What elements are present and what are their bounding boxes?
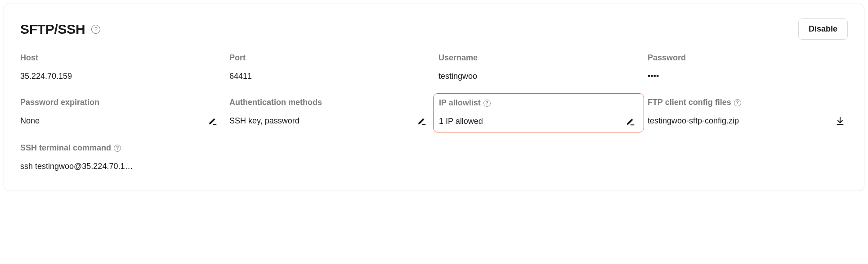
port-label: Port (229, 53, 430, 63)
disable-button[interactable]: Disable (798, 18, 848, 40)
password-value-row: •••• (648, 70, 848, 82)
panel-title: SFTP/SSH (20, 22, 85, 37)
host-label: Host (20, 53, 220, 63)
fields-grid: Host 35.224.70.159 Port 64411 Username t… (20, 53, 848, 173)
edit-icon[interactable] (208, 116, 218, 126)
auth-methods-value-row: SSH key, password (229, 114, 430, 127)
help-icon[interactable]: ? (483, 100, 491, 107)
auth-methods-label: Authentication methods (229, 98, 430, 107)
username-value: testingwoo (438, 72, 477, 81)
help-icon[interactable]: ? (734, 99, 741, 106)
ftp-config-label: FTP client config files (648, 98, 731, 107)
ip-allowlist-value-row: 1 IP allowed (439, 115, 638, 127)
edit-icon[interactable] (626, 116, 635, 126)
help-icon[interactable]: ? (114, 145, 121, 152)
password-field: Password •••• (648, 53, 848, 82)
ftp-config-value: testingwoo-sftp-config.zip (648, 116, 739, 126)
ip-allowlist-label-row: IP allowlist ? (439, 98, 638, 108)
username-label: Username (438, 53, 639, 63)
ssh-command-value-row: ssh testingwoo@35.224.70.1… (20, 160, 164, 173)
username-field: Username testingwoo (438, 53, 639, 82)
ftp-config-field: FTP client config files ? testingwoo-sft… (648, 98, 848, 128)
ssh-command-value: ssh testingwoo@35.224.70.1… (20, 162, 133, 171)
port-value-row: 64411 (229, 70, 430, 82)
port-value: 64411 (229, 72, 252, 81)
password-value: •••• (648, 72, 659, 81)
ssh-command-label-row: SSH terminal command ? (20, 143, 164, 153)
password-expiration-field: Password expiration None (20, 98, 220, 128)
title-group: SFTP/SSH ? (20, 22, 100, 37)
ssh-command-label: SSH terminal command (20, 143, 111, 153)
sftp-ssh-panel: SFTP/SSH ? Disable Host 35.224.70.159 Po… (4, 4, 864, 191)
edit-icon[interactable] (417, 116, 427, 126)
ip-allowlist-field: IP allowlist ? 1 IP allowed (433, 93, 644, 132)
host-field: Host 35.224.70.159 (20, 53, 220, 82)
password-label: Password (648, 53, 848, 63)
host-value: 35.224.70.159 (20, 72, 72, 81)
ssh-command-field: SSH terminal command ? ssh testingwoo@35… (20, 143, 164, 173)
password-expiration-value: None (20, 116, 40, 126)
ip-allowlist-label: IP allowlist (439, 98, 481, 108)
port-field: Port 64411 (229, 53, 430, 82)
ftp-config-value-row: testingwoo-sftp-config.zip (648, 114, 848, 127)
ip-allowlist-value: 1 IP allowed (439, 117, 483, 126)
auth-methods-field: Authentication methods SSH key, password (229, 98, 430, 128)
ftp-config-label-row: FTP client config files ? (648, 98, 848, 107)
host-value-row: 35.224.70.159 (20, 70, 220, 82)
password-expiration-value-row: None (20, 114, 220, 127)
help-icon[interactable]: ? (91, 25, 100, 34)
panel-header: SFTP/SSH ? Disable (20, 18, 848, 40)
auth-methods-value: SSH key, password (229, 116, 300, 126)
password-expiration-label: Password expiration (20, 98, 220, 107)
username-value-row: testingwoo (438, 70, 639, 82)
download-icon[interactable] (835, 116, 845, 126)
